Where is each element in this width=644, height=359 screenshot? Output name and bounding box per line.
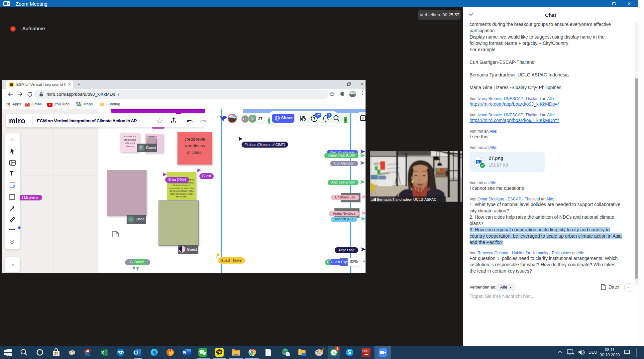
- svg-text:Bernadia Tjandradewi UCLG ASPA: Bernadia Tjandradewi UCLG ASPAC: [377, 197, 436, 201]
- svg-text:?: ?: [313, 116, 315, 121]
